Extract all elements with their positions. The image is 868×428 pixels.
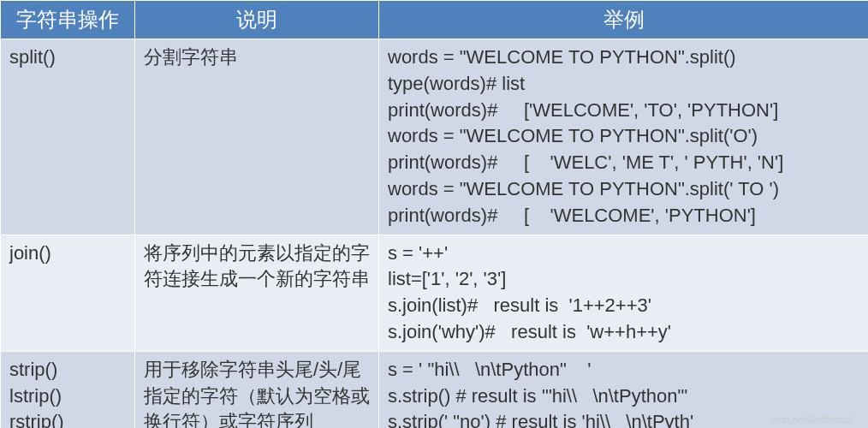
ex-cell: words = "WELCOME TO PYTHON".split() type…: [379, 39, 869, 235]
desc-cell: 将序列中的元素以指定的字符连接生成一个新的字符串: [135, 235, 379, 351]
table-header-row: 字符串操作 说明 举例: [1, 1, 869, 39]
table-row: strip() lstrip() rstrip() 用于移除字符串头尾/头/尾指…: [1, 351, 869, 428]
header-operation: 字符串操作: [1, 1, 135, 39]
ex-cell: s = '++' list=['1', '2', '3'] s.join(lis…: [379, 235, 869, 351]
op-name: strip() lstrip() rstrip(): [9, 359, 64, 428]
op-name: join(): [9, 242, 51, 264]
op-cell: split(): [1, 39, 135, 235]
desc-cell: 用于移除字符串头尾/头/尾指定的字符（默认为空格或换行符）或字符序列: [135, 351, 379, 428]
example-code: s = '++' list=['1', '2', '3'] s.join(lis…: [388, 242, 671, 342]
header-description: 说明: [135, 1, 379, 39]
op-name: split(): [9, 46, 56, 68]
string-ops-table: 字符串操作 说明 举例 split() 分割字符串 words = "WELCO…: [0, 0, 868, 428]
desc-cell: 分割字符串: [135, 39, 379, 235]
op-cell: strip() lstrip() rstrip(): [1, 351, 135, 428]
table-row: split() 分割字符串 words = "WELCOME TO PYTHON…: [1, 39, 869, 235]
watermark: csdn.net/GodXuzzZ: [770, 414, 853, 425]
table-row: join() 将序列中的元素以指定的字符连接生成一个新的字符串 s = '++'…: [1, 235, 869, 351]
example-code: words = "WELCOME TO PYTHON".split() type…: [388, 46, 783, 226]
header-example: 举例: [379, 1, 869, 39]
example-code: s = ' "hi\\ \n\tPython" ' s.strip() # re…: [388, 359, 693, 428]
op-cell: join(): [1, 235, 135, 351]
